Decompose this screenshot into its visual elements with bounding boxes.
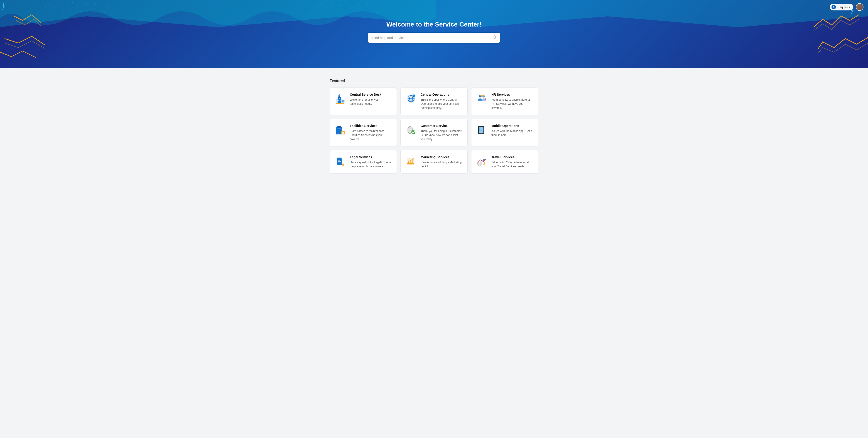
svg-rect-59 bbox=[337, 129, 341, 129]
svg-rect-58 bbox=[337, 126, 341, 128]
requests-count: 5 bbox=[832, 5, 836, 9]
svg-point-10 bbox=[90, 9, 91, 9]
svg-rect-92 bbox=[483, 164, 484, 165]
avatar-image bbox=[856, 4, 863, 10]
lightning-decoration-3 bbox=[0, 50, 36, 61]
svg-rect-86 bbox=[407, 163, 414, 165]
svg-rect-38 bbox=[340, 100, 341, 101]
lightning-decoration-2 bbox=[4, 34, 45, 50]
card-text-facilities-services: Facilities Services From parties to main… bbox=[350, 124, 392, 141]
svg-point-29 bbox=[381, 5, 381, 6]
card-icon-central-service-desk bbox=[334, 93, 346, 104]
svg-point-70 bbox=[481, 133, 482, 134]
card-desc-central-service-desk: We're here for all of your technology ne… bbox=[350, 98, 392, 106]
card-text-legal-services: Legal Services Have a question for Legal… bbox=[350, 155, 392, 168]
card-title-travel-services: Travel Services bbox=[491, 155, 534, 159]
card-icon-mobile-operations bbox=[476, 124, 488, 136]
card-icon-marketing-services bbox=[405, 155, 417, 167]
card-desc-hr-services: From benefits to payroll, here at HR Ser… bbox=[491, 98, 534, 110]
svg-rect-74 bbox=[480, 130, 482, 131]
card-text-travel-services: Travel Services Taking a trip? Come here… bbox=[491, 155, 534, 168]
card-desc-legal-services: Have a question for Legal? This is the p… bbox=[350, 160, 392, 168]
svg-point-20 bbox=[340, 5, 341, 6]
card-icon-central-operations bbox=[405, 93, 417, 104]
lightning-decoration-6 bbox=[818, 36, 868, 55]
card-desc-central-operations: This is the spot where Central Operation… bbox=[421, 98, 463, 110]
svg-point-12 bbox=[99, 7, 100, 8]
svg-marker-30 bbox=[2, 2, 5, 11]
svg-rect-73 bbox=[480, 129, 483, 129]
requests-button[interactable]: 5 Requests bbox=[830, 4, 853, 10]
card-title-facilities-services: Facilities Services bbox=[350, 124, 392, 128]
svg-point-23 bbox=[353, 11, 354, 12]
card-title-mobile-operations: Mobile Operations bbox=[491, 124, 534, 128]
avatar[interactable] bbox=[856, 3, 864, 11]
cards-grid: Central Service Desk We're here for all … bbox=[330, 88, 538, 174]
card-travel-services[interactable]: Travel Services Taking a trip? Come here… bbox=[471, 150, 538, 174]
svg-point-8 bbox=[81, 11, 82, 12]
card-desc-facilities-services: From parties to maintenance, Facilities … bbox=[350, 129, 392, 141]
search-bar bbox=[368, 33, 500, 43]
card-marketing-services[interactable]: Marketing Services Here is where all thi… bbox=[400, 150, 468, 174]
svg-point-4 bbox=[63, 9, 64, 9]
svg-point-15 bbox=[317, 6, 318, 7]
svg-point-2 bbox=[54, 7, 55, 8]
svg-rect-44 bbox=[336, 103, 344, 104]
top-nav: 5 Requests bbox=[830, 3, 864, 11]
header: 5 Requests Welcome to the Service Center… bbox=[0, 0, 868, 68]
card-icon-travel-services bbox=[476, 155, 488, 167]
card-icon-legal-services bbox=[334, 155, 346, 167]
card-customer-service[interactable]: Customer Service Thank you for being our… bbox=[400, 119, 468, 146]
svg-point-13 bbox=[104, 12, 105, 13]
card-mobile-operations[interactable]: Mobile Operations Issues with the Mobile… bbox=[471, 119, 538, 146]
svg-point-21 bbox=[344, 2, 345, 3]
svg-point-5 bbox=[68, 5, 68, 6]
search-input[interactable] bbox=[368, 33, 500, 43]
svg-point-17 bbox=[326, 7, 327, 8]
card-desc-mobile-operations: Issues with the Mobile app? Send them in… bbox=[491, 129, 534, 137]
card-title-hr-services: HR Services bbox=[491, 93, 534, 96]
svg-point-90 bbox=[484, 162, 485, 163]
page-title: Welcome to the Service Center! bbox=[386, 21, 482, 28]
svg-point-67 bbox=[411, 130, 415, 134]
svg-point-28 bbox=[376, 12, 377, 13]
svg-point-1 bbox=[50, 4, 50, 5]
requests-label: Requests bbox=[837, 5, 850, 9]
svg-point-19 bbox=[335, 9, 336, 9]
svg-point-41 bbox=[342, 100, 344, 102]
card-text-hr-services: HR Services From benefits to payroll, he… bbox=[491, 93, 534, 110]
svg-rect-77 bbox=[338, 160, 340, 161]
lightning-decoration-1 bbox=[13, 13, 41, 27]
card-legal-services[interactable]: Legal Services Have a question for Legal… bbox=[330, 150, 397, 174]
svg-point-22 bbox=[349, 6, 350, 7]
card-title-central-operations: Central Operations bbox=[421, 93, 463, 96]
card-facilities-services[interactable]: Facilities Services From parties to main… bbox=[330, 119, 397, 146]
svg-point-25 bbox=[363, 9, 364, 9]
svg-point-42 bbox=[339, 94, 340, 95]
svg-point-72 bbox=[479, 130, 480, 131]
svg-rect-39 bbox=[339, 98, 340, 99]
card-hr-services[interactable]: HR Services From benefits to payroll, he… bbox=[471, 88, 538, 115]
svg-rect-61 bbox=[337, 131, 341, 131]
card-text-customer-service: Customer Service Thank you for being our… bbox=[421, 124, 463, 141]
svg-point-14 bbox=[108, 5, 110, 6]
svg-point-27 bbox=[372, 7, 373, 8]
svg-point-6 bbox=[72, 2, 73, 3]
svg-point-18 bbox=[331, 3, 332, 4]
main-content: Featured Central Service Desk We're here… bbox=[325, 68, 543, 187]
svg-rect-37 bbox=[338, 100, 339, 101]
card-desc-marketing-services: Here is where all things Marketing begin… bbox=[421, 160, 463, 168]
card-central-service-desk[interactable]: Central Service Desk We're here for all … bbox=[330, 88, 397, 115]
svg-rect-78 bbox=[338, 161, 341, 162]
svg-rect-91 bbox=[484, 163, 485, 165]
svg-point-7 bbox=[77, 6, 78, 7]
svg-point-24 bbox=[358, 4, 359, 5]
svg-point-11 bbox=[95, 3, 96, 4]
card-title-marketing-services: Marketing Services bbox=[421, 155, 463, 159]
card-central-operations[interactable]: Central Operations This is the spot wher… bbox=[400, 88, 468, 115]
svg-point-0 bbox=[45, 6, 46, 7]
lightning-decoration-5 bbox=[813, 13, 859, 32]
card-title-central-service-desk: Central Service Desk bbox=[350, 93, 392, 96]
svg-rect-60 bbox=[337, 130, 340, 130]
svg-rect-69 bbox=[479, 127, 484, 133]
